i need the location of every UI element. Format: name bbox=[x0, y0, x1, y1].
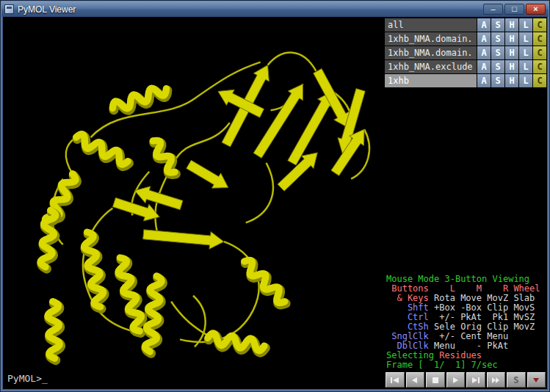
movie-scene-button[interactable]: S bbox=[507, 372, 526, 388]
object-name[interactable]: 1xhb_NMA.domain. bbox=[385, 46, 477, 59]
object-row-selected: 1xhb A S H L C bbox=[385, 74, 546, 87]
close-button[interactable]: × bbox=[526, 4, 546, 15]
fast-forward-icon bbox=[491, 377, 501, 384]
hide-menu-button[interactable]: H bbox=[505, 18, 518, 32]
object-name[interactable]: all bbox=[385, 18, 477, 32]
minimize-button[interactable]: – bbox=[483, 4, 503, 15]
object-name[interactable]: 1xhb bbox=[385, 74, 477, 87]
label-menu-button[interactable]: L bbox=[519, 60, 532, 73]
frame-indicator: Frame [ 1/ 1] 7/sec bbox=[386, 360, 547, 370]
color-menu-button[interactable]: C bbox=[533, 18, 546, 32]
color-menu-button[interactable]: C bbox=[533, 46, 546, 59]
scene-button-label: S bbox=[513, 375, 518, 385]
label-menu-button[interactable]: L bbox=[519, 32, 532, 46]
object-row: 1xhb_NMA.domain. A S H L C bbox=[385, 32, 546, 46]
object-name[interactable]: 1xhb_NMA.domain. bbox=[385, 32, 477, 46]
action-menu-button[interactable]: A bbox=[477, 32, 491, 46]
step-forward-icon bbox=[471, 377, 481, 384]
object-row: 1xhb_NMA.domain. A S H L C bbox=[385, 46, 546, 59]
menu-down-icon bbox=[531, 377, 541, 384]
color-menu-button[interactable]: C bbox=[533, 74, 546, 87]
movie-stop-button[interactable] bbox=[426, 372, 445, 388]
movie-step-back-button[interactable] bbox=[406, 372, 425, 388]
label-menu-button[interactable]: L bbox=[519, 18, 532, 32]
viewport-3d[interactable]: PyMOL>_ bbox=[3, 17, 384, 389]
command-prompt[interactable]: PyMOL>_ bbox=[7, 373, 48, 384]
hide-menu-button[interactable]: H bbox=[505, 74, 518, 87]
hide-menu-button[interactable]: H bbox=[505, 32, 518, 46]
movie-controls: S bbox=[386, 372, 546, 388]
movie-fast-forward-button[interactable] bbox=[487, 372, 506, 388]
hide-menu-button[interactable]: H bbox=[505, 60, 518, 73]
action-menu-button[interactable]: A bbox=[477, 74, 491, 87]
step-back-icon bbox=[410, 377, 420, 384]
action-menu-button[interactable]: A bbox=[477, 60, 491, 73]
movie-step-forward-button[interactable] bbox=[466, 372, 485, 388]
action-menu-button[interactable]: A bbox=[477, 18, 491, 32]
control-panel: all A S H L C 1xhb_NMA.domain. A S H L C… bbox=[384, 17, 547, 389]
object-row: 1xhb_NMA.exclude A S H L C bbox=[385, 60, 546, 73]
show-menu-button[interactable]: S bbox=[491, 74, 504, 87]
play-icon bbox=[450, 377, 460, 384]
show-menu-button[interactable]: S bbox=[491, 60, 504, 73]
movie-play-button[interactable] bbox=[446, 372, 466, 388]
window-title: PyMOL Viewer bbox=[18, 4, 480, 15]
stop-icon bbox=[430, 377, 441, 384]
pymol-window: PyMOL Viewer – □ × PyMOL>_ all A S H L C bbox=[0, 0, 550, 392]
object-list: all A S H L C 1xhb_NMA.domain. A S H L C… bbox=[385, 18, 546, 88]
window-controls: – □ × bbox=[483, 4, 546, 15]
show-menu-button[interactable]: S bbox=[491, 18, 504, 32]
label-menu-button[interactable]: L bbox=[519, 46, 532, 59]
color-menu-button[interactable]: C bbox=[533, 32, 546, 46]
mouse-mode-panel: Mouse Mode 3-Button Viewing Buttons L M … bbox=[386, 275, 547, 370]
maximize-button[interactable]: □ bbox=[504, 4, 524, 15]
action-menu-button[interactable]: A bbox=[477, 46, 491, 59]
rewind-icon bbox=[390, 377, 400, 384]
color-menu-button[interactable]: C bbox=[533, 60, 546, 73]
show-menu-button[interactable]: S bbox=[491, 32, 504, 46]
movie-menu-button[interactable] bbox=[527, 372, 546, 388]
object-name[interactable]: 1xhb_NMA.exclude bbox=[385, 60, 477, 73]
object-row: all A S H L C bbox=[385, 18, 546, 32]
protein-structure bbox=[3, 17, 384, 389]
client-area: PyMOL>_ all A S H L C 1xhb_NMA.domain. A… bbox=[3, 17, 547, 389]
movie-rewind-button[interactable] bbox=[386, 372, 405, 388]
label-menu-button[interactable]: L bbox=[519, 74, 532, 87]
hide-menu-button[interactable]: H bbox=[505, 46, 518, 59]
titlebar[interactable]: PyMOL Viewer – □ × bbox=[1, 1, 549, 17]
show-menu-button[interactable]: S bbox=[491, 46, 504, 59]
app-icon[interactable] bbox=[4, 4, 14, 14]
